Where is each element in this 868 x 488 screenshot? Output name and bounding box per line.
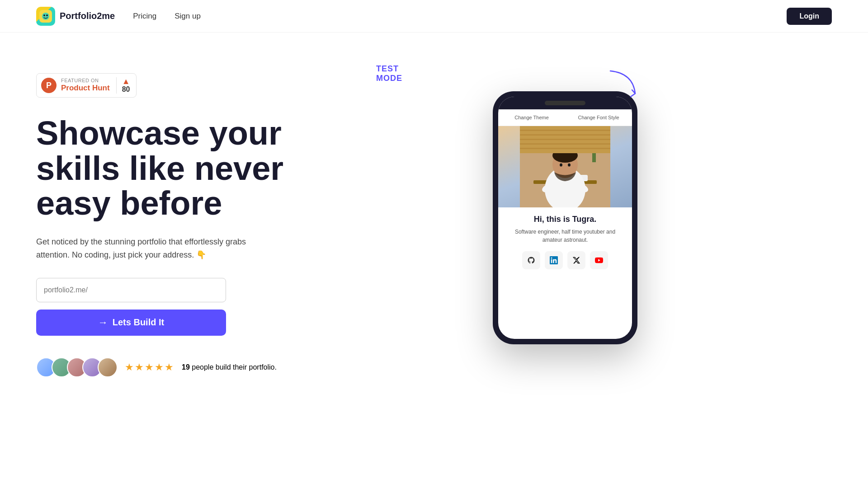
person-image [498, 126, 632, 207]
login-button[interactable]: Login [787, 8, 832, 25]
phone-mockup: Change Theme Change Font Style [493, 91, 637, 344]
hero-subtitle: Get noticed by the stunning portfolio th… [36, 235, 253, 262]
ph-score: ▲ 80 [116, 77, 130, 94]
profile-photo [498, 126, 632, 207]
proof-text: 19 people build their portfolio. [182, 363, 277, 371]
ph-name-label: Product Hunt [61, 84, 110, 93]
github-button[interactable] [522, 251, 540, 269]
hero-section: P FEATURED ON Product Hunt ▲ 80 Showcase… [0, 33, 868, 488]
svg-rect-20 [520, 139, 610, 140]
url-input-wrapper [36, 278, 226, 302]
cta-arrow-icon: → [98, 317, 108, 328]
ph-count: 80 [122, 85, 130, 94]
logo[interactable]: Portfolio2me [36, 7, 115, 26]
url-input[interactable] [44, 286, 218, 294]
svg-rect-19 [520, 134, 610, 136]
proof-count: 19 [182, 363, 190, 371]
youtube-button[interactable] [590, 251, 608, 269]
phone-inner: Change Theme Change Font Style [498, 97, 632, 339]
notch-bar [545, 101, 585, 105]
nav-left: Portfolio2me Pricing Sign up [36, 7, 201, 26]
nav-signup[interactable]: Sign up [175, 12, 201, 21]
twitter-button[interactable] [567, 251, 585, 269]
svg-point-3 [46, 14, 48, 16]
svg-point-14 [568, 164, 571, 167]
svg-point-2 [43, 14, 45, 16]
svg-point-13 [560, 164, 562, 167]
logo-text: Portfolio2me [60, 11, 115, 21]
phone-tabs: Change Theme Change Font Style [498, 109, 632, 126]
phone-profile: Hi, this is Tugra. Software engineer, ha… [498, 207, 632, 274]
svg-point-1 [42, 13, 49, 20]
navbar: Portfolio2me Pricing Sign up Login [0, 0, 868, 33]
ph-arrow-icon: ▲ [122, 77, 130, 85]
nav-pricing[interactable]: Pricing [133, 12, 156, 21]
product-hunt-badge[interactable]: P FEATURED ON Product Hunt ▲ 80 [36, 73, 137, 98]
svg-rect-18 [520, 130, 610, 131]
profile-bio: Software engineer, half time youtuber an… [505, 228, 625, 244]
ph-featured-label: FEATURED ON [61, 78, 110, 84]
person-svg [520, 126, 610, 207]
svg-rect-21 [520, 143, 610, 145]
ph-text: FEATURED ON Product Hunt [61, 78, 110, 93]
nav-links: Pricing Sign up [133, 12, 201, 21]
ph-logo-icon: P [41, 78, 57, 93]
avatar-group [36, 357, 118, 377]
hero-right: TEST MODE Change Theme [398, 60, 651, 344]
hero-left: P FEATURED ON Product Hunt ▲ 80 Showcase… [36, 60, 362, 377]
tab-change-theme[interactable]: Change Theme [498, 109, 565, 126]
linkedin-button[interactable] [545, 251, 563, 269]
hero-headline: Showcase your skills like never easy bef… [36, 116, 362, 221]
stars-rating: ★★★★★ [125, 361, 175, 373]
social-proof: ★★★★★ 19 people build their portfolio. [36, 357, 362, 377]
test-mode-arrow-icon [606, 69, 642, 100]
test-mode-label: TEST MODE [376, 64, 402, 83]
cta-label: Lets Build It [113, 317, 164, 328]
tab-change-font[interactable]: Change Font Style [565, 109, 632, 126]
social-links [505, 251, 625, 269]
proof-suffix: people build their portfolio. [190, 363, 277, 371]
cta-button[interactable]: → Lets Build It [36, 310, 226, 336]
svg-rect-22 [520, 148, 610, 149]
star-icons: ★★★★★ [125, 361, 175, 373]
logo-icon [36, 7, 55, 26]
phone-content: Change Theme Change Font Style [498, 109, 632, 339]
profile-name: Hi, this is Tugra. [505, 215, 625, 224]
avatar-5 [98, 357, 118, 377]
